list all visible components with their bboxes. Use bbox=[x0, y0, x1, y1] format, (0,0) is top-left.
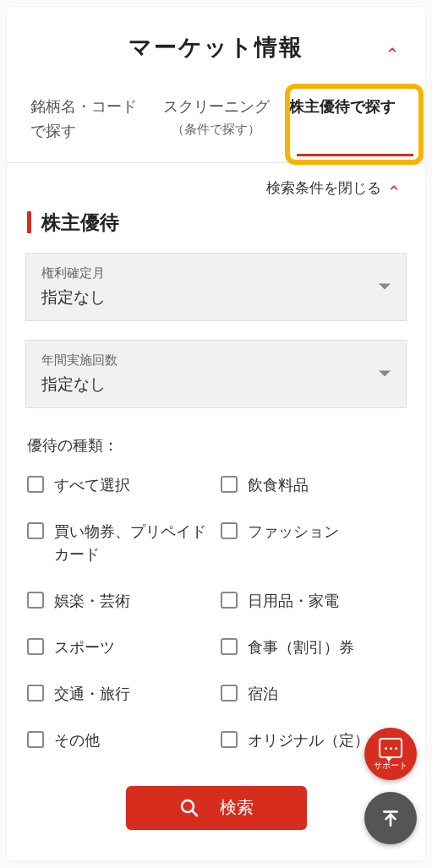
checkbox-label: 宿泊 bbox=[248, 683, 278, 706]
tab-label: スクリーニング bbox=[163, 98, 270, 115]
checkbox-entertainment[interactable]: 娯楽・芸術 bbox=[27, 590, 212, 613]
select-label: 権利確定月 bbox=[41, 265, 391, 281]
checkbox-box-icon bbox=[27, 522, 44, 539]
tab-label: 銘柄名・コードで探す bbox=[30, 98, 137, 139]
select-label: 年間実施回数 bbox=[41, 352, 391, 368]
chevron-up-icon bbox=[388, 182, 400, 194]
svg-line-1 bbox=[192, 811, 197, 816]
checkbox-box-icon bbox=[221, 522, 238, 539]
tab-label: 株主優待で探す bbox=[289, 98, 396, 115]
types-label: 優待の種類： bbox=[7, 427, 425, 469]
checkbox-box-icon bbox=[27, 592, 44, 609]
section-title: 株主優待 bbox=[41, 210, 119, 236]
checkbox-travel[interactable]: 交通・旅行 bbox=[27, 683, 212, 706]
select-value: 指定なし bbox=[41, 287, 391, 308]
checkbox-box-icon bbox=[27, 476, 44, 493]
active-tab-underline bbox=[297, 154, 413, 156]
benefit-type-checkboxes: すべて選択 飲食料品 買い物券、プリペイドカード ファッション 娯楽・芸術 日用… bbox=[7, 469, 425, 752]
section-accent-bar bbox=[27, 211, 31, 233]
checkbox-box-icon bbox=[221, 476, 238, 493]
scroll-to-top-fab[interactable] bbox=[364, 792, 417, 844]
checkbox-label: スポーツ bbox=[54, 636, 115, 659]
tab-search-by-name-code[interactable]: 銘柄名・コードで探す bbox=[22, 86, 151, 162]
checkbox-box-icon bbox=[27, 731, 44, 748]
checkbox-lodging[interactable]: 宿泊 bbox=[221, 683, 406, 706]
chevron-down-icon bbox=[379, 371, 391, 377]
checkbox-meal-coupon[interactable]: 食事（割引）券 bbox=[221, 636, 406, 659]
checkbox-fashion[interactable]: ファッション bbox=[221, 521, 406, 566]
checkbox-label: 飲食料品 bbox=[248, 474, 309, 497]
checkbox-box-icon bbox=[221, 592, 238, 609]
select-annual-count[interactable]: 年間実施回数 指定なし bbox=[25, 340, 407, 408]
checkbox-daily-goods[interactable]: 日用品・家電 bbox=[221, 590, 406, 613]
arrow-top-icon bbox=[380, 807, 402, 829]
checkbox-food-drink[interactable]: 飲食料品 bbox=[221, 474, 406, 497]
search-button[interactable]: 検索 bbox=[126, 786, 307, 830]
checkbox-select-all[interactable]: すべて選択 bbox=[27, 474, 212, 497]
tab-sublabel: （条件で探す） bbox=[160, 119, 272, 139]
select-right-month[interactable]: 権利確定月 指定なし bbox=[25, 253, 407, 321]
checkbox-label: ファッション bbox=[248, 521, 339, 543]
checkbox-sports[interactable]: スポーツ bbox=[27, 636, 212, 659]
close-search-row[interactable]: 検索条件を閉じる bbox=[7, 163, 425, 206]
checkbox-label: オリジナル（定） bbox=[248, 729, 369, 752]
checkbox-label: すべて選択 bbox=[54, 474, 130, 497]
checkbox-label: 交通・旅行 bbox=[54, 683, 130, 706]
page-title: マーケット情報 bbox=[129, 32, 303, 63]
checkbox-box-icon bbox=[221, 731, 238, 748]
checkbox-box-icon bbox=[221, 638, 238, 655]
collapse-chevron-icon[interactable] bbox=[386, 44, 398, 59]
tab-shareholder-benefits[interactable]: 株主優待で探す bbox=[281, 86, 410, 162]
checkbox-label: 日用品・家電 bbox=[248, 590, 339, 613]
checkbox-label: その他 bbox=[54, 729, 100, 752]
tabs: 銘柄名・コードで探す スクリーニング （条件で探す） 株主優待で探す bbox=[7, 86, 425, 163]
checkbox-box-icon bbox=[27, 638, 44, 655]
search-button-label: 検索 bbox=[220, 796, 254, 819]
checkbox-label: 娯楽・芸術 bbox=[54, 590, 130, 613]
support-fab-label: サポート bbox=[374, 762, 407, 770]
market-info-card: マーケット情報 銘柄名・コードで探す スクリーニング （条件で探す） 株主優待で… bbox=[7, 7, 425, 861]
checkbox-other[interactable]: その他 bbox=[27, 729, 212, 752]
close-search-label: 検索条件を閉じる bbox=[266, 178, 381, 198]
section-header: 株主優待 bbox=[7, 206, 425, 253]
chat-icon bbox=[379, 738, 402, 758]
checkbox-label: 食事（割引）券 bbox=[248, 636, 354, 659]
checkbox-box-icon bbox=[221, 685, 238, 701]
header: マーケット情報 bbox=[7, 7, 425, 86]
checkbox-vouchers[interactable]: 買い物券、プリペイドカード bbox=[27, 521, 212, 566]
checkbox-box-icon bbox=[27, 685, 44, 701]
select-value: 指定なし bbox=[41, 374, 391, 396]
checkbox-label: 買い物券、プリペイドカード bbox=[54, 521, 212, 566]
search-icon bbox=[179, 798, 200, 818]
tab-screening[interactable]: スクリーニング （条件で探す） bbox=[151, 86, 281, 162]
support-fab[interactable]: サポート bbox=[364, 728, 417, 780]
chevron-down-icon bbox=[379, 284, 391, 290]
